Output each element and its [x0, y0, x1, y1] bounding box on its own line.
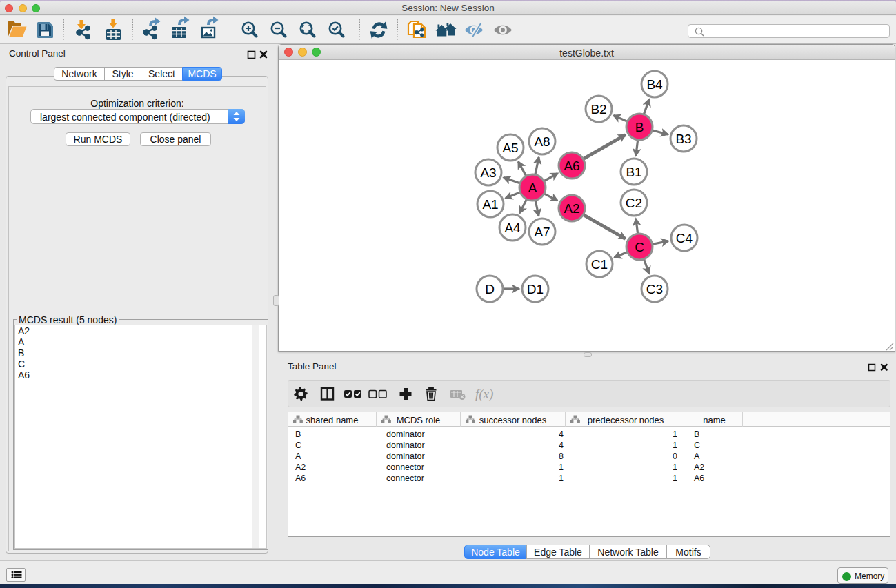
svg-text:A6: A6: [564, 159, 579, 173]
svg-text:B3: B3: [675, 132, 691, 146]
svg-text:A4: A4: [504, 221, 521, 235]
svg-text:A: A: [528, 181, 537, 195]
svg-text:A5: A5: [502, 141, 518, 155]
svg-text:B: B: [635, 120, 644, 134]
svg-text:B4: B4: [646, 77, 663, 92]
svg-text:A8: A8: [534, 134, 550, 149]
svg-text:C3: C3: [646, 282, 663, 296]
svg-text:C1: C1: [591, 257, 608, 272]
svg-text:A3: A3: [480, 165, 496, 180]
svg-text:C2: C2: [626, 196, 642, 210]
svg-text:f(x): f(x): [475, 387, 493, 402]
svg-text:B2: B2: [590, 102, 606, 116]
svg-text:B1: B1: [626, 165, 641, 179]
svg-text:C4: C4: [676, 231, 693, 245]
svg-text:A1: A1: [482, 197, 498, 212]
svg-text:A7: A7: [534, 225, 550, 239]
svg-text:A2: A2: [564, 201, 579, 216]
svg-text:C: C: [635, 240, 644, 254]
svg-text:D1: D1: [527, 282, 544, 296]
svg-text:D: D: [485, 282, 495, 296]
